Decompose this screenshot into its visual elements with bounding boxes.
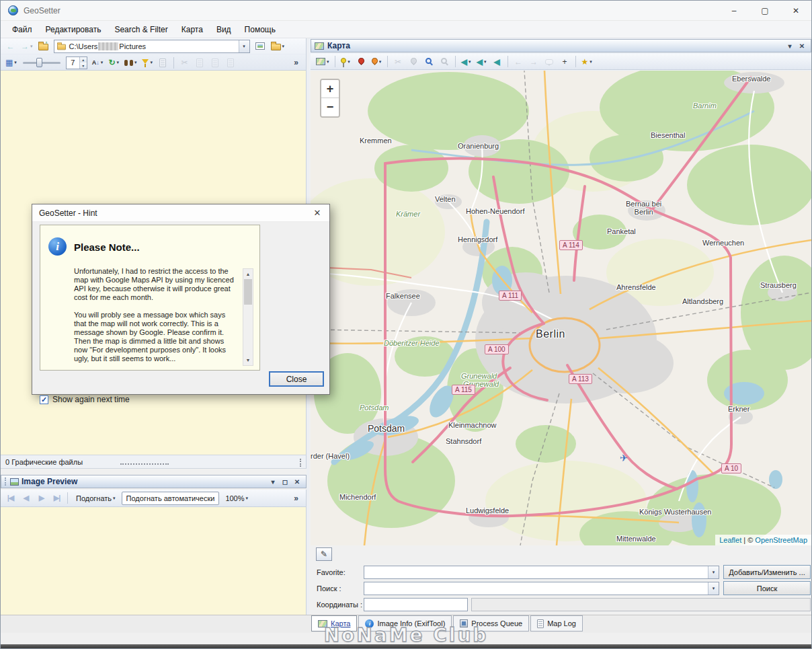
panel-float-button[interactable]: ◻: [280, 476, 290, 487]
delete-marker-button[interactable]: [407, 55, 421, 69]
scroll-down-button[interactable]: ▼: [243, 355, 253, 365]
menu-edit[interactable]: Редактировать: [39, 22, 108, 37]
menu-search-filter[interactable]: Search & Filter: [108, 22, 174, 37]
fit-auto-toggle[interactable]: Подогнать автоматически: [122, 492, 220, 505]
refresh-button[interactable]: ↻▾: [106, 56, 121, 69]
search-button[interactable]: Поиск: [723, 581, 811, 595]
menu-view[interactable]: Вид: [210, 22, 238, 37]
panel-close-button[interactable]: ✕: [292, 476, 302, 487]
openstreetmap-link[interactable]: OpenStreetMap: [755, 536, 807, 544]
sort-button[interactable]: A↓▾: [90, 56, 106, 69]
map-zoom-in-button[interactable]: +: [321, 80, 339, 98]
zoom-to-selection-button[interactable]: [438, 55, 452, 69]
previous-image-button[interactable]: ◀: [19, 492, 33, 505]
cut-button[interactable]: ✂: [177, 56, 192, 69]
favorite-input[interactable]: [364, 566, 708, 578]
favorite-combobox[interactable]: ▾: [364, 566, 719, 579]
slider-handle[interactable]: [36, 58, 42, 67]
forward-button[interactable]: →▾: [19, 40, 35, 53]
path-combobox[interactable]: C:\UsersPictures ▾: [54, 40, 250, 53]
hint-dialog-close-button[interactable]: ✕: [305, 204, 329, 221]
browse-images-button[interactable]: [253, 40, 268, 53]
back-button[interactable]: ←: [3, 40, 17, 53]
search-input[interactable]: [364, 582, 708, 595]
funnel-icon: [142, 59, 149, 64]
menu-map[interactable]: Карта: [175, 22, 210, 37]
search-images-button[interactable]: ▾: [122, 56, 139, 69]
add-edit-favorite-button[interactable]: Добавить/Изменить ...: [723, 565, 811, 579]
thumbnail-size-slider[interactable]: [23, 57, 60, 68]
image-preview-header[interactable]: Image Preview ▾ ◻ ✕: [1, 475, 307, 488]
map-layers-button[interactable]: ▾: [314, 55, 331, 69]
marker-settings-button[interactable]: ▾: [370, 55, 384, 69]
pin-icon: [341, 58, 346, 63]
map-panel-close-button[interactable]: ✕: [797, 40, 807, 51]
menu-help[interactable]: Помощь: [238, 22, 282, 37]
history-forward-button[interactable]: →: [527, 55, 541, 69]
zoom-to-positions-button[interactable]: [422, 55, 436, 69]
next-image-button[interactable]: ▶: [34, 492, 48, 505]
last-image-button[interactable]: ▶|: [50, 492, 64, 505]
menu-file[interactable]: Файл: [5, 22, 39, 37]
map-toolbar: ▾ ▾ ▾ ✂ ◀▾ ◀▾ ◀ ← → + ★▾: [311, 54, 811, 70]
info-icon: i: [48, 237, 67, 256]
folder-favorites-button[interactable]: ▾: [269, 40, 287, 53]
orange-marker-icon: [370, 56, 379, 65]
previous-position-button[interactable]: ◀▾: [459, 55, 473, 69]
view-mode-button[interactable]: ▦▾: [3, 56, 19, 69]
tab-map-log[interactable]: Map Log: [530, 615, 583, 632]
map-zoom-out-button[interactable]: −: [321, 98, 339, 116]
preview-overflow-button[interactable]: »: [289, 492, 303, 505]
hint-close-button[interactable]: Close: [269, 371, 324, 387]
edit-position-button[interactable]: ✎: [316, 547, 332, 561]
folder-up-button[interactable]: ↑: [36, 40, 50, 53]
hint-scrollbar[interactable]: ▲ ▼: [243, 268, 253, 366]
map-canvas[interactable]: + − ✈ Leaflet | © OpenStreetMap Eberswal…: [311, 71, 811, 545]
paste-button[interactable]: [208, 56, 222, 69]
filter-button[interactable]: ▾: [140, 56, 155, 69]
path-dropdown-button[interactable]: ▾: [239, 40, 249, 52]
close-window-button[interactable]: ✕: [780, 1, 811, 20]
splitter-handle[interactable]: [120, 463, 169, 465]
zoom-level-combobox[interactable]: 100%▾: [220, 492, 253, 505]
spin-down-button[interactable]: ▾: [80, 63, 87, 69]
panel-menu-button[interactable]: ▾: [268, 476, 278, 487]
coordinates-input[interactable]: [364, 599, 467, 611]
minimize-button[interactable]: –: [719, 1, 749, 20]
first-image-button[interactable]: |◀: [3, 492, 17, 505]
checkbox-box[interactable]: ✓: [40, 395, 48, 404]
fit-button[interactable]: Подогнать▾: [71, 492, 120, 505]
maximize-button[interactable]: ▢: [749, 1, 780, 20]
add-position-button[interactable]: +: [558, 55, 572, 69]
folder-icon: [271, 44, 281, 50]
scroll-up-button[interactable]: ▲: [243, 269, 253, 279]
map-type-icon: [316, 58, 325, 65]
favorite-dropdown-button[interactable]: ▾: [708, 566, 719, 578]
assign-position-button[interactable]: [354, 55, 368, 69]
view-toolbar: ▦▾ 7 ▴▾ A↓▾ ↻▾ ▾ ▾ ✂ »: [1, 54, 306, 71]
thumbnail-size-spinner[interactable]: 7 ▴▾: [66, 56, 87, 69]
remove-position-button[interactable]: ✂: [391, 55, 405, 69]
spin-up-button[interactable]: ▴: [80, 57, 87, 63]
show-again-checkbox[interactable]: ✓ Show again next time: [40, 395, 130, 404]
center-position-button[interactable]: ◀: [490, 55, 504, 69]
map-panel-menu-button[interactable]: ▾: [784, 40, 795, 51]
coordinates-field[interactable]: [364, 598, 468, 611]
show-tooltip-button[interactable]: [542, 55, 557, 69]
binoculars-icon: [124, 60, 133, 66]
copy-button[interactable]: [193, 56, 207, 69]
picture-icon: [10, 478, 19, 486]
history-back-button[interactable]: ←: [512, 55, 526, 69]
paste-special-button[interactable]: [224, 56, 238, 69]
map-panel-header[interactable]: Карта ▾ ✕: [311, 39, 811, 52]
search-combobox[interactable]: ▾: [364, 582, 719, 595]
save-changes-button[interactable]: [156, 56, 170, 69]
search-dropdown-button[interactable]: ▾: [708, 582, 719, 595]
hint-dialog-titlebar[interactable]: GeoSetter - Hint ✕: [32, 204, 329, 222]
toolbar-overflow-button[interactable]: »: [289, 56, 303, 69]
show-position-pin-button[interactable]: ▾: [339, 55, 353, 69]
leaflet-link[interactable]: Leaflet: [719, 536, 741, 544]
next-position-button[interactable]: ◀▾: [475, 55, 489, 69]
scrollbar-thumb[interactable]: [244, 279, 252, 305]
favorites-button[interactable]: ★▾: [579, 55, 594, 69]
